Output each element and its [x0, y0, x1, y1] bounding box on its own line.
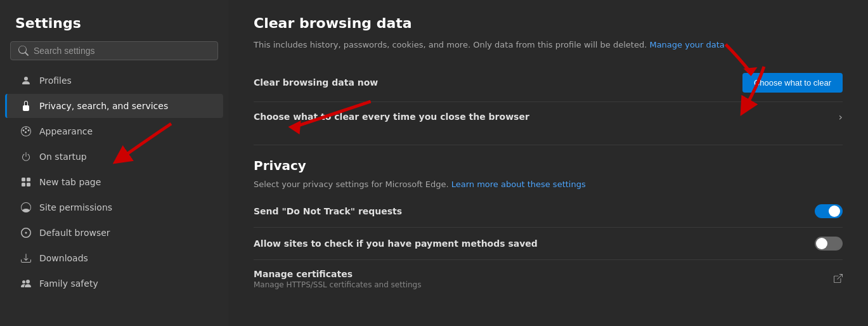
sidebar-item-newtab[interactable]: New tab page [5, 170, 223, 194]
dnt-toggle[interactable] [815, 204, 843, 218]
sidebar-item-permissions[interactable]: Site permissions [5, 195, 223, 219]
learn-more-link[interactable]: Learn more about these settings [451, 179, 586, 189]
choose-what-to-clear-button[interactable]: Choose what to clear [742, 73, 843, 93]
payment-label: Allow sites to check if you have payment… [254, 238, 815, 249]
lock-icon [20, 100, 32, 112]
browser-icon [20, 227, 32, 238]
certificates-row[interactable]: Manage certificates Manage HTTPS/SSL cer… [254, 260, 843, 298]
sidebar-item-startup[interactable]: On startup [5, 145, 223, 169]
clear-browsing-description: This includes history, passwords, cookie… [254, 39, 843, 51]
clear-now-row: Clear browsing data now Choose what to c… [254, 64, 843, 102]
clear-every-close-row[interactable]: Choose what to clear every time you clos… [254, 102, 843, 132]
newtab-icon [20, 176, 32, 188]
payment-row: Allow sites to check if you have payment… [254, 228, 843, 260]
dnt-label: Send "Do Not Track" requests [254, 206, 815, 216]
search-input[interactable] [34, 46, 210, 56]
clear-browsing-section: Clear browsing data This includes histor… [254, 15, 843, 132]
sidebar-item-profiles[interactable]: Profiles [5, 68, 223, 93]
search-icon [18, 46, 29, 56]
clear-browsing-title: Clear browsing data [254, 15, 843, 31]
sidebar-label-startup: On startup [39, 152, 87, 162]
dnt-toggle-knob [829, 205, 840, 217]
sidebar-label-family: Family safety [39, 278, 98, 289]
sidebar-label-defaultbrowser: Default browser [39, 228, 110, 238]
app-title: Settings [0, 0, 228, 41]
appearance-icon [20, 126, 32, 137]
sidebar-label-privacy: Privacy, search, and services [39, 101, 168, 111]
privacy-title: Privacy [254, 158, 843, 173]
sidebar-item-family[interactable]: Family safety [5, 271, 223, 296]
manage-data-link[interactable]: Manage your data [649, 40, 724, 49]
sidebar-label-newtab: New tab page [39, 177, 101, 187]
permissions-icon [20, 202, 32, 213]
download-icon [20, 252, 32, 264]
payment-toggle[interactable] [815, 237, 843, 251]
section-divider [254, 145, 843, 145]
external-link-icon [834, 274, 843, 285]
payment-toggle-knob [816, 238, 827, 249]
dnt-row: Send "Do Not Track" requests [254, 195, 843, 228]
family-icon [20, 278, 32, 289]
privacy-description: Select your privacy settings for Microso… [254, 178, 843, 191]
sidebar-label-appearance: Appearance [39, 126, 93, 136]
sidebar-item-appearance[interactable]: Appearance [5, 119, 223, 143]
chevron-right-icon: › [839, 111, 843, 123]
sidebar-item-privacy[interactable]: Privacy, search, and services [5, 94, 223, 118]
sidebar-item-downloads[interactable]: Downloads [5, 246, 223, 270]
sidebar-label-permissions: Site permissions [39, 202, 112, 212]
power-icon [20, 151, 32, 162]
main-content: Clear browsing data This includes histor… [228, 0, 868, 326]
search-box[interactable] [10, 41, 218, 60]
sidebar: Settings Profiles Privacy, search, and s… [0, 0, 228, 326]
profiles-icon [20, 75, 32, 86]
privacy-section: Privacy Select your privacy settings for… [254, 158, 843, 299]
clear-now-label: Clear browsing data now [254, 77, 742, 88]
certificates-sublabel: Manage HTTPS/SSL certificates and settin… [254, 280, 834, 289]
sidebar-label-downloads: Downloads [39, 253, 88, 263]
clear-every-close-label: Choose what to clear every time you clos… [254, 112, 839, 122]
sidebar-label-profiles: Profiles [39, 75, 72, 86]
certificates-label: Manage certificates [254, 269, 834, 279]
sidebar-item-defaultbrowser[interactable]: Default browser [5, 221, 223, 245]
